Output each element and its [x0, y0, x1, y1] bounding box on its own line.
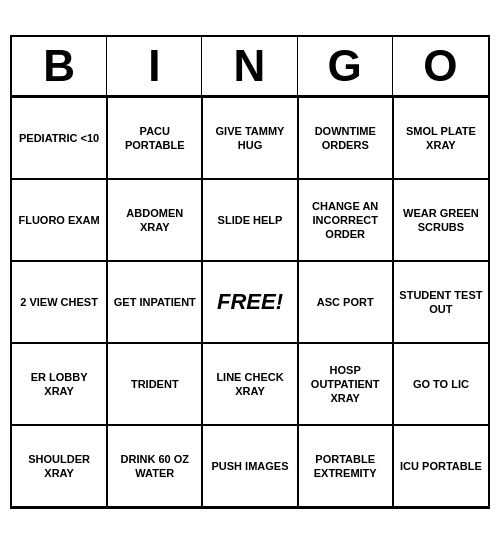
bingo-cell-7[interactable]: SLIDE HELP	[202, 179, 297, 261]
bingo-cell-22[interactable]: PUSH IMAGES	[202, 425, 297, 507]
bingo-cell-9[interactable]: WEAR GREEN SCRUBS	[393, 179, 488, 261]
bingo-cell-17[interactable]: LINE CHECK XRAY	[202, 343, 297, 425]
bingo-letter-i: I	[107, 37, 202, 95]
bingo-cell-1[interactable]: PACU PORTABLE	[107, 97, 202, 179]
bingo-grid: PEDIATRIC <10PACU PORTABLEGIVE TAMMY HUG…	[12, 97, 488, 507]
bingo-header: BINGO	[12, 37, 488, 97]
bingo-cell-23[interactable]: PORTABLE EXTREMITY	[298, 425, 393, 507]
bingo-cell-21[interactable]: DRINK 60 OZ WATER	[107, 425, 202, 507]
bingo-letter-b: B	[12, 37, 107, 95]
bingo-cell-12[interactable]: Free!	[202, 261, 297, 343]
bingo-cell-15[interactable]: ER LOBBY XRAY	[12, 343, 107, 425]
bingo-cell-3[interactable]: DOWNTIME ORDERS	[298, 97, 393, 179]
bingo-card: BINGO PEDIATRIC <10PACU PORTABLEGIVE TAM…	[10, 35, 490, 509]
bingo-cell-6[interactable]: ABDOMEN XRAY	[107, 179, 202, 261]
bingo-letter-n: N	[202, 37, 297, 95]
bingo-cell-20[interactable]: SHOULDER XRAY	[12, 425, 107, 507]
bingo-cell-4[interactable]: SMOL PLATE XRAY	[393, 97, 488, 179]
bingo-cell-19[interactable]: GO TO LIC	[393, 343, 488, 425]
bingo-cell-18[interactable]: HOSP OUTPATIENT XRAY	[298, 343, 393, 425]
bingo-letter-o: O	[393, 37, 488, 95]
bingo-cell-8[interactable]: CHANGE AN INCORRECT ORDER	[298, 179, 393, 261]
bingo-cell-0[interactable]: PEDIATRIC <10	[12, 97, 107, 179]
bingo-cell-13[interactable]: ASC PORT	[298, 261, 393, 343]
bingo-cell-14[interactable]: STUDENT TEST OUT	[393, 261, 488, 343]
bingo-cell-10[interactable]: 2 VIEW CHEST	[12, 261, 107, 343]
bingo-letter-g: G	[298, 37, 393, 95]
bingo-cell-24[interactable]: ICU PORTABLE	[393, 425, 488, 507]
bingo-cell-5[interactable]: FLUORO EXAM	[12, 179, 107, 261]
bingo-cell-2[interactable]: GIVE TAMMY HUG	[202, 97, 297, 179]
bingo-cell-16[interactable]: TRIDENT	[107, 343, 202, 425]
bingo-cell-11[interactable]: GET INPATIENT	[107, 261, 202, 343]
